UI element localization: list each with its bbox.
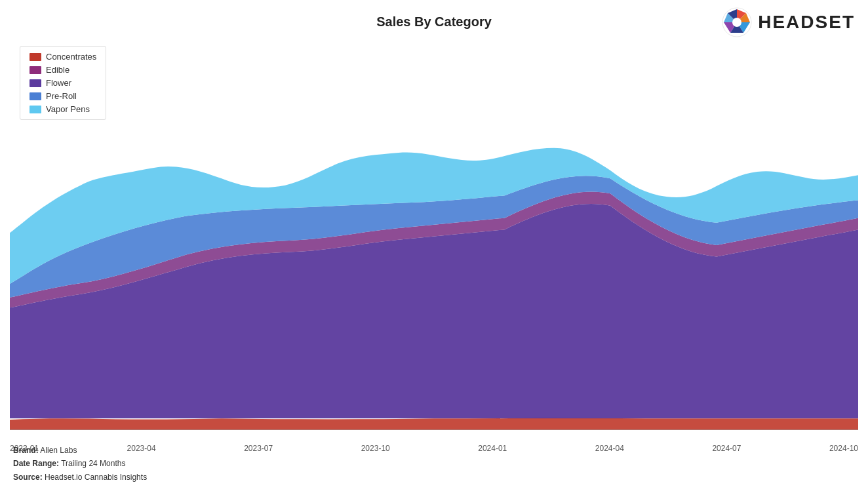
- footer-info: Brand: Alien Labs Date Range: Trailing 2…: [13, 444, 147, 484]
- legend-swatch-vapor-pens: [30, 106, 41, 113]
- legend-item-edible: Edible: [30, 65, 96, 75]
- area-concentrates: [10, 418, 858, 430]
- footer-source: Source: Headset.io Cannabis Insights: [13, 471, 147, 484]
- x-label-5: 2024-04: [595, 444, 624, 453]
- chart-title: Sales By Category: [0, 14, 868, 29]
- x-label-3: 2023-10: [361, 444, 390, 453]
- legend-item-flower: Flower: [30, 78, 96, 88]
- legend-item-vapor-pens: Vapor Pens: [30, 104, 96, 114]
- legend-item-concentrates: Concentrates: [30, 52, 96, 62]
- x-label-7: 2024-10: [829, 444, 858, 453]
- footer-date-range-value: Trailing 24 Months: [61, 459, 125, 468]
- legend-swatch-edible: [30, 66, 41, 74]
- legend-swatch-preroll: [30, 92, 41, 100]
- footer-date-range: Date Range: Trailing 24 Months: [13, 457, 147, 470]
- legend-label-edible: Edible: [46, 65, 69, 75]
- x-label-4: 2024-01: [478, 444, 507, 453]
- footer-source-value: Headset.io Cannabis Insights: [45, 473, 147, 482]
- legend-label-flower: Flower: [46, 78, 71, 88]
- footer-date-range-label: Date Range:: [13, 459, 59, 468]
- legend-label-concentrates: Concentrates: [46, 52, 96, 62]
- chart-svg: [10, 43, 858, 430]
- footer-source-label: Source:: [13, 473, 43, 482]
- footer-brand-label: Brand:: [13, 446, 39, 455]
- legend-label-vapor-pens: Vapor Pens: [46, 104, 90, 114]
- footer-brand-value: Alien Labs: [40, 446, 77, 455]
- x-label-2: 2023-07: [244, 444, 273, 453]
- chart-legend: Concentrates Edible Flower Pre-Roll Vapo…: [20, 46, 106, 120]
- legend-swatch-flower: [30, 79, 41, 87]
- chart-area: [10, 43, 858, 430]
- legend-swatch-concentrates: [30, 53, 41, 61]
- page-container: HEADSET Sales By Category Concentrates E…: [0, 0, 868, 489]
- x-label-6: 2024-07: [712, 444, 741, 453]
- legend-label-preroll: Pre-Roll: [46, 91, 77, 101]
- legend-item-preroll: Pre-Roll: [30, 91, 96, 101]
- footer-brand: Brand: Alien Labs: [13, 444, 147, 457]
